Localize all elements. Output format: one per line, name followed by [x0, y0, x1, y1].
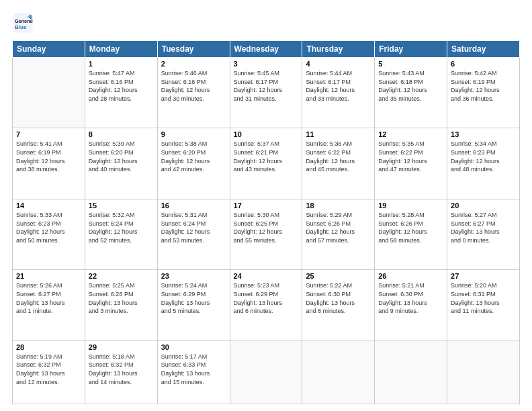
calendar-cell: 30Sunrise: 5:17 AM Sunset: 6:33 PM Dayli…: [157, 340, 230, 404]
calendar-cell: 24Sunrise: 5:23 AM Sunset: 6:29 PM Dayli…: [230, 270, 302, 340]
day-info: Sunrise: 5:47 AM Sunset: 6:16 PM Dayligh…: [89, 69, 154, 103]
calendar-cell: 19Sunrise: 5:28 AM Sunset: 6:26 PM Dayli…: [375, 199, 447, 269]
calendar-cell: 20Sunrise: 5:27 AM Sunset: 6:27 PM Dayli…: [447, 199, 520, 269]
day-info: Sunrise: 5:29 AM Sunset: 6:26 PM Dayligh…: [306, 211, 371, 244]
day-info: Sunrise: 5:39 AM Sunset: 6:20 PM Dayligh…: [89, 140, 154, 173]
day-info: Sunrise: 5:44 AM Sunset: 6:17 PM Dayligh…: [306, 69, 371, 103]
day-info: Sunrise: 5:23 AM Sunset: 6:29 PM Dayligh…: [234, 281, 299, 315]
calendar-cell: 6Sunrise: 5:42 AM Sunset: 6:19 PM Daylig…: [447, 58, 520, 128]
day-info: Sunrise: 5:28 AM Sunset: 6:26 PM Dayligh…: [378, 211, 443, 244]
calendar-week-row: 21Sunrise: 5:26 AM Sunset: 6:27 PM Dayli…: [13, 270, 520, 340]
calendar-cell: 8Sunrise: 5:39 AM Sunset: 6:20 PM Daylig…: [85, 128, 157, 199]
day-info: Sunrise: 5:42 AM Sunset: 6:19 PM Dayligh…: [451, 69, 516, 103]
logo-icon: General Blue: [12, 12, 34, 34]
day-number: 18: [306, 201, 371, 210]
day-info: Sunrise: 5:37 AM Sunset: 6:21 PM Dayligh…: [234, 140, 299, 173]
day-number: 16: [161, 201, 226, 210]
calendar-cell: [302, 340, 375, 404]
day-number: 15: [89, 201, 154, 210]
calendar-cell: 3Sunrise: 5:45 AM Sunset: 6:17 PM Daylig…: [230, 58, 302, 128]
calendar-cell: 27Sunrise: 5:20 AM Sunset: 6:31 PM Dayli…: [447, 270, 520, 340]
day-number: 3: [234, 60, 299, 68]
calendar-table: SundayMondayTuesdayWednesdayThursdayFrid…: [12, 40, 520, 404]
calendar-cell: 11Sunrise: 5:36 AM Sunset: 6:22 PM Dayli…: [302, 128, 375, 199]
day-number: 6: [451, 60, 516, 68]
day-info: Sunrise: 5:21 AM Sunset: 6:30 PM Dayligh…: [378, 281, 443, 315]
day-number: 29: [89, 343, 154, 351]
day-number: 19: [378, 201, 443, 210]
calendar-cell: 13Sunrise: 5:34 AM Sunset: 6:23 PM Dayli…: [447, 128, 520, 199]
day-info: Sunrise: 5:36 AM Sunset: 6:22 PM Dayligh…: [306, 140, 371, 173]
calendar-cell: 23Sunrise: 5:24 AM Sunset: 6:29 PM Dayli…: [157, 270, 230, 340]
day-number: 11: [306, 130, 371, 138]
day-number: 7: [16, 130, 81, 138]
day-number: 24: [234, 272, 299, 280]
weekday-header: Tuesday: [157, 41, 230, 58]
day-number: 21: [16, 272, 81, 280]
day-number: 10: [234, 130, 299, 138]
day-number: 23: [161, 272, 226, 280]
day-info: Sunrise: 5:30 AM Sunset: 6:25 PM Dayligh…: [234, 211, 299, 244]
day-number: 8: [89, 130, 154, 138]
calendar-cell: 25Sunrise: 5:22 AM Sunset: 6:30 PM Dayli…: [302, 270, 375, 340]
weekday-header: Sunday: [13, 41, 85, 58]
day-info: Sunrise: 5:38 AM Sunset: 6:20 PM Dayligh…: [161, 140, 226, 173]
weekday-header: Saturday: [447, 41, 520, 58]
day-number: 28: [16, 343, 81, 351]
calendar-cell: 22Sunrise: 5:25 AM Sunset: 6:28 PM Dayli…: [85, 270, 157, 340]
day-number: 1: [89, 60, 154, 68]
day-number: 27: [451, 272, 516, 280]
calendar-cell: 4Sunrise: 5:44 AM Sunset: 6:17 PM Daylig…: [302, 58, 375, 128]
day-number: 22: [89, 272, 154, 280]
svg-text:Blue: Blue: [15, 24, 27, 30]
calendar-week-row: 7Sunrise: 5:41 AM Sunset: 6:19 PM Daylig…: [13, 128, 520, 199]
day-info: Sunrise: 5:24 AM Sunset: 6:29 PM Dayligh…: [161, 281, 226, 315]
day-info: Sunrise: 5:27 AM Sunset: 6:27 PM Dayligh…: [451, 211, 516, 244]
day-number: 20: [451, 201, 516, 210]
day-info: Sunrise: 5:26 AM Sunset: 6:27 PM Dayligh…: [16, 281, 81, 315]
calendar-cell: 5Sunrise: 5:43 AM Sunset: 6:18 PM Daylig…: [375, 58, 447, 128]
calendar-week-row: 14Sunrise: 5:33 AM Sunset: 6:23 PM Dayli…: [13, 199, 520, 269]
calendar-cell: 9Sunrise: 5:38 AM Sunset: 6:20 PM Daylig…: [157, 128, 230, 199]
calendar-cell: 26Sunrise: 5:21 AM Sunset: 6:30 PM Dayli…: [375, 270, 447, 340]
calendar-cell: 17Sunrise: 5:30 AM Sunset: 6:25 PM Dayli…: [230, 199, 302, 269]
calendar-cell: 16Sunrise: 5:31 AM Sunset: 6:24 PM Dayli…: [157, 199, 230, 269]
day-info: Sunrise: 5:43 AM Sunset: 6:18 PM Dayligh…: [378, 69, 443, 103]
calendar-cell: 1Sunrise: 5:47 AM Sunset: 6:16 PM Daylig…: [85, 58, 157, 128]
calendar-cell: 29Sunrise: 5:18 AM Sunset: 6:32 PM Dayli…: [85, 340, 157, 404]
calendar-cell: 28Sunrise: 5:19 AM Sunset: 6:32 PM Dayli…: [13, 340, 85, 404]
calendar-cell: 12Sunrise: 5:35 AM Sunset: 6:22 PM Dayli…: [375, 128, 447, 199]
day-info: Sunrise: 5:17 AM Sunset: 6:33 PM Dayligh…: [161, 353, 226, 386]
calendar-cell: [375, 340, 447, 404]
day-info: Sunrise: 5:19 AM Sunset: 6:32 PM Dayligh…: [16, 353, 81, 386]
header: General Blue: [12, 12, 520, 34]
day-number: 25: [306, 272, 371, 280]
day-info: Sunrise: 5:41 AM Sunset: 6:19 PM Dayligh…: [16, 140, 81, 173]
calendar-cell: 10Sunrise: 5:37 AM Sunset: 6:21 PM Dayli…: [230, 128, 302, 199]
day-info: Sunrise: 5:35 AM Sunset: 6:22 PM Dayligh…: [378, 140, 443, 173]
calendar-cell: [13, 58, 85, 128]
day-info: Sunrise: 5:25 AM Sunset: 6:28 PM Dayligh…: [89, 281, 154, 315]
calendar-header-row: SundayMondayTuesdayWednesdayThursdayFrid…: [13, 41, 520, 58]
day-info: Sunrise: 5:32 AM Sunset: 6:24 PM Dayligh…: [89, 211, 154, 244]
logo: General Blue: [12, 12, 36, 34]
calendar-cell: 15Sunrise: 5:32 AM Sunset: 6:24 PM Dayli…: [85, 199, 157, 269]
calendar-cell: 7Sunrise: 5:41 AM Sunset: 6:19 PM Daylig…: [13, 128, 85, 199]
day-info: Sunrise: 5:46 AM Sunset: 6:16 PM Dayligh…: [161, 69, 226, 103]
day-number: 4: [306, 60, 371, 68]
day-number: 17: [234, 201, 299, 210]
day-info: Sunrise: 5:33 AM Sunset: 6:23 PM Dayligh…: [16, 211, 81, 244]
day-number: 9: [161, 130, 226, 138]
calendar-cell: 18Sunrise: 5:29 AM Sunset: 6:26 PM Dayli…: [302, 199, 375, 269]
day-number: 2: [161, 60, 226, 68]
page: General Blue SundayMondayTuesdayWednesda…: [0, 0, 532, 411]
calendar-cell: [230, 340, 302, 404]
day-number: 5: [378, 60, 443, 68]
day-number: 12: [378, 130, 443, 138]
calendar-cell: [447, 340, 520, 404]
calendar-cell: 14Sunrise: 5:33 AM Sunset: 6:23 PM Dayli…: [13, 199, 85, 269]
calendar-week-row: 1Sunrise: 5:47 AM Sunset: 6:16 PM Daylig…: [13, 58, 520, 128]
day-number: 13: [451, 130, 516, 138]
day-number: 14: [16, 201, 81, 210]
day-number: 26: [378, 272, 443, 280]
